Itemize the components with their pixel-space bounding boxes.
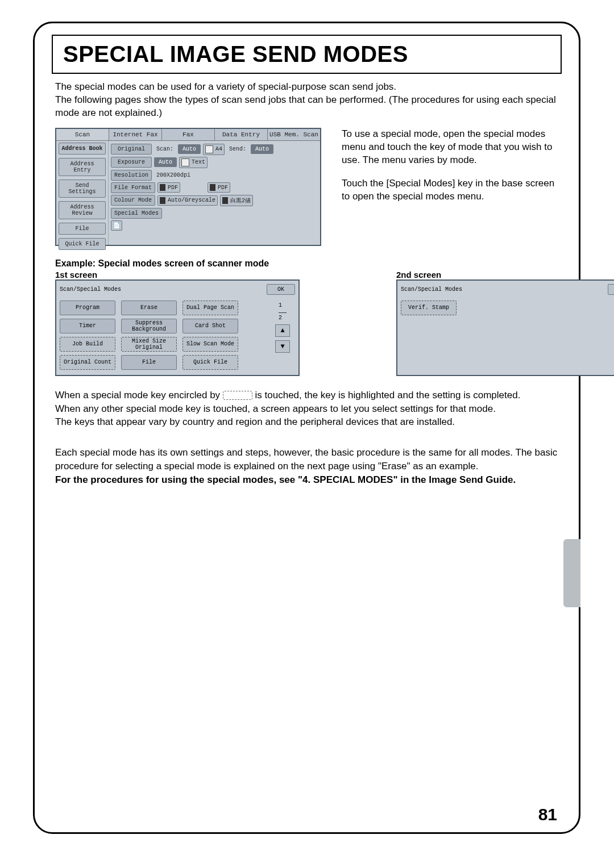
tab-ifax[interactable]: Internet Fax [109,129,162,140]
mode-program[interactable]: Program [60,301,115,315]
cm-bw2: 白黒2値 [220,195,253,206]
exposure-text: Text [179,157,208,168]
special-modes-button[interactable]: Special Modes [111,208,162,219]
mode-dual-page[interactable]: Dual Page Scan [182,301,238,315]
page-icon [205,145,213,153]
intro-line2: The following pages show the types of sc… [55,94,558,120]
intro-block: The special modes can be used for a vari… [55,81,558,120]
right-para2: Touch the [Special Modes] key in the bas… [342,177,562,203]
page-number: 81 [538,805,557,824]
special-modes-screen1: Scan/Special Modes OK Program Erase Dual… [55,279,300,376]
send-label: Send: [227,146,248,152]
preview-icon: 📄 [113,222,120,229]
tab-fax[interactable]: Fax [162,129,215,140]
scan-size: A4 [203,144,225,155]
mode-quick-file[interactable]: Quick File [182,355,238,370]
ff-pdf-colour: PDF [157,182,180,193]
resolution-value: 200X200dpi [154,172,193,178]
example-header: Example: Special modes screen of scanner… [55,258,562,269]
body-2: When any other special mode key is touch… [55,403,496,414]
bw2-flag-icon [222,197,228,204]
original-button[interactable]: Original [111,144,152,155]
right-para1: To use a special mode, open the special … [342,128,562,167]
side-address-book[interactable]: Address Book [59,143,106,155]
body-5: For the procedures for using the special… [55,474,516,485]
section-tab [563,539,580,607]
fileformat-button[interactable]: File Format [111,182,155,193]
page-down-1[interactable]: ▼ [275,340,290,353]
tab-data-entry[interactable]: Data Entry [215,129,268,140]
tab-scan[interactable]: Scan [56,129,109,140]
cm-autogrey: Auto/Greyscale [157,195,218,206]
side-address-entry[interactable]: Address Entry [59,158,106,176]
bw-flag-icon [210,184,215,191]
mode-suppress-bg[interactable]: Suppress Background [121,319,177,333]
text-icon [181,158,189,166]
dashed-key-sample [223,391,252,400]
side-quick-file[interactable]: Quick File [59,238,106,250]
body-1b: is touched, the key is highlighted and t… [255,390,521,400]
colourmode-button[interactable]: Colour Mode [111,195,155,206]
panel-b-title: Scan/Special Modes [60,286,121,293]
tab-usb[interactable]: USB Mem. Scan [268,129,320,140]
special-modes-screen2: Scan/Special Modes OK Verif. Stamp 22 ▲ … [396,279,614,376]
side-file[interactable]: File [59,223,106,235]
second-screen-label: 2nd screen [396,270,614,279]
body-1a: When a special mode key encircled by [55,390,220,400]
mode-card-shot[interactable]: Card Shot [182,319,238,333]
send-auto: Auto [251,144,273,154]
mode-job-build[interactable]: Job Build [60,337,115,352]
mode-erase[interactable]: Erase [121,301,177,315]
page-indicator-1: 12 [279,302,287,321]
ok-button-2[interactable]: OK [608,284,614,295]
ok-button-1[interactable]: OK [267,284,295,295]
intro-line1: The special modes can be used for a vari… [55,81,558,94]
exposure-button[interactable]: Exposure [111,157,152,168]
side-address-review[interactable]: Address Review [59,201,106,219]
preview-button[interactable]: 📄 [111,220,122,231]
resolution-button[interactable]: Resolution [111,170,152,181]
mode-file[interactable]: File [121,355,177,370]
mode-slow-scan[interactable]: Slow Scan Mode [182,337,238,352]
grey-flag-icon [160,197,165,204]
ff-pdf-bw: PDF [208,182,230,193]
body-4: Each special mode has its own settings a… [55,447,557,471]
scan-label: Scan: [154,146,176,152]
first-screen-label: 1st screen [55,270,300,279]
mode-mixed-size[interactable]: Mixed Size Original [121,337,177,352]
mode-orig-count[interactable]: Original Count [60,355,115,370]
mode-verif-stamp[interactable]: Verif. Stamp [401,301,457,315]
mode-timer[interactable]: Timer [60,319,115,333]
body-3: The keys that appear vary by country and… [55,416,455,427]
base-screen-panel: Scan Internet Fax Fax Data Entry USB Mem… [55,128,321,246]
colour-flag-icon [160,184,165,191]
page-up-1[interactable]: ▲ [275,324,290,337]
title-box: SPECIAL IMAGE SEND MODES [52,35,562,74]
page-title: SPECIAL IMAGE SEND MODES [63,41,550,67]
panel-c-title: Scan/Special Modes [401,286,462,293]
exposure-auto: Auto [154,157,177,167]
side-send-settings[interactable]: Send Settings [59,180,106,198]
scan-auto: Auto [178,144,201,154]
